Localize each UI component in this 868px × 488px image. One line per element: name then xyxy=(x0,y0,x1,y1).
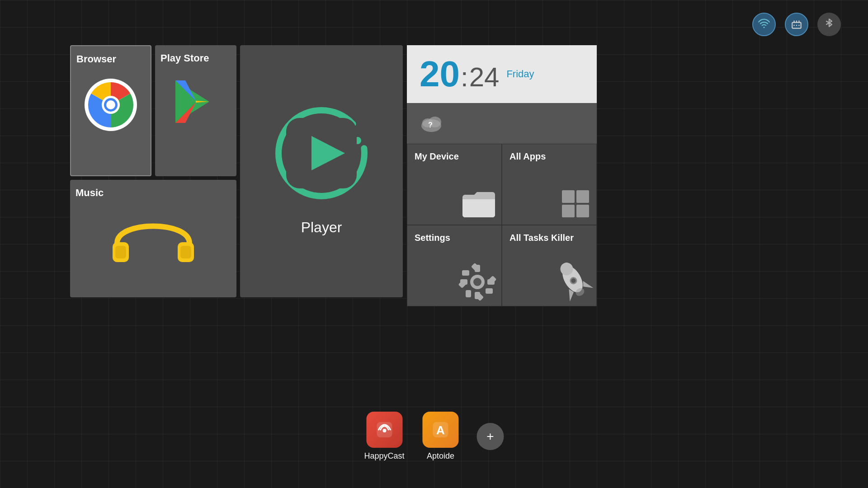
svg-point-19 xyxy=(473,278,481,286)
svg-rect-13 xyxy=(180,246,191,258)
app-grid: Browser Play Store xyxy=(70,45,403,297)
svg-rect-29 xyxy=(462,270,469,276)
svg-text:?: ? xyxy=(428,121,433,129)
add-icon: + xyxy=(486,429,494,444)
windows-grid-icon xyxy=(562,190,589,217)
happycast-dock-item[interactable]: HappyCast xyxy=(364,412,404,461)
playstore-label: Play Store xyxy=(160,52,209,64)
aptoide-label: Aptoide xyxy=(427,451,454,461)
happycast-icon xyxy=(366,412,402,448)
right-app-grid: My Device All Apps Settings xyxy=(407,144,597,306)
svg-point-37 xyxy=(382,429,386,432)
clock-minute: 24 xyxy=(469,64,500,91)
svg-rect-25 xyxy=(486,288,493,294)
all-tasks-killer-label: All Tasks Killer xyxy=(509,233,574,243)
music-tile[interactable]: Music xyxy=(70,180,236,297)
clock-hour: 20 xyxy=(420,56,460,92)
right-panel: 20 : 24 Friday ? My Device xyxy=(407,45,597,306)
svg-rect-12 xyxy=(115,246,126,258)
happycast-label: HappyCast xyxy=(364,451,404,461)
player-icon xyxy=(272,103,371,203)
dock-bar: HappyCast A Aptoide + xyxy=(364,412,504,461)
add-dock-button[interactable]: + xyxy=(477,423,504,450)
svg-text:A: A xyxy=(436,423,445,437)
rocket-icon xyxy=(556,261,592,301)
weather-widget: ? xyxy=(407,103,597,144)
all-apps-label: All Apps xyxy=(509,151,546,162)
player-tile[interactable]: Player xyxy=(240,45,403,297)
clock-widget: 20 : 24 Friday xyxy=(407,45,597,103)
settings-tile[interactable]: Settings xyxy=(407,225,502,306)
all-tasks-killer-tile[interactable]: All Tasks Killer xyxy=(502,225,597,306)
browser-tile[interactable]: Browser xyxy=(70,45,151,176)
wifi-icon[interactable] xyxy=(752,13,776,36)
clock-day: Friday xyxy=(506,68,534,80)
music-label: Music xyxy=(75,187,104,199)
aptoide-icon: A xyxy=(423,412,459,448)
folder-icon xyxy=(461,188,497,220)
my-device-tile[interactable]: My Device xyxy=(407,144,502,225)
aptoide-dock-item[interactable]: A Aptoide xyxy=(423,412,459,461)
svg-point-5 xyxy=(106,100,115,109)
svg-point-0 xyxy=(763,27,764,28)
chrome-icon xyxy=(84,78,138,132)
status-bar xyxy=(752,13,841,36)
weather-icon: ? xyxy=(418,112,445,135)
ethernet-icon[interactable] xyxy=(785,13,808,36)
my-device-label: My Device xyxy=(415,151,459,162)
playstore-tile[interactable]: Play Store xyxy=(155,45,236,176)
music-headphones-icon xyxy=(108,202,198,266)
clock-colon: : xyxy=(461,64,468,91)
bluetooth-icon[interactable] xyxy=(817,13,841,36)
svg-rect-27 xyxy=(466,290,471,297)
player-label: Player xyxy=(301,219,342,236)
all-apps-tile[interactable]: All Apps xyxy=(502,144,597,225)
settings-label: Settings xyxy=(415,233,450,243)
playstore-icon xyxy=(171,77,221,127)
gear-icon xyxy=(458,263,497,301)
browser-label: Browser xyxy=(76,53,116,65)
